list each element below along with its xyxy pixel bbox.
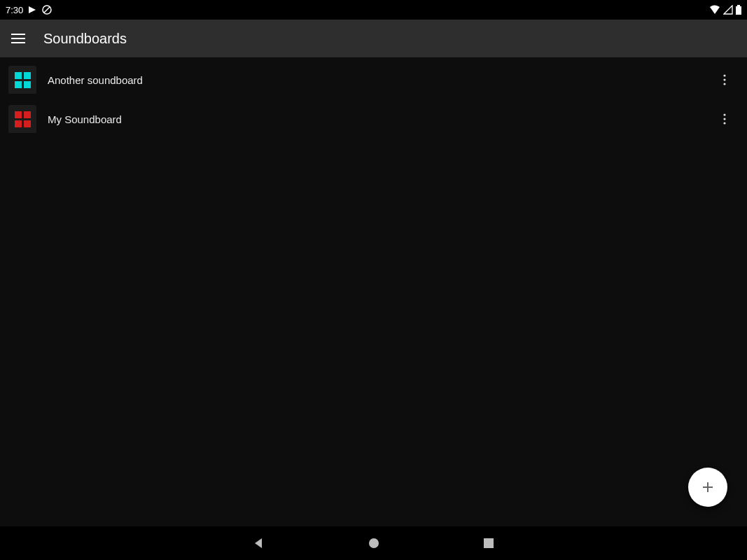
svg-point-8 <box>723 74 725 76</box>
hamburger-icon <box>11 34 25 43</box>
play-icon <box>29 6 36 13</box>
svg-point-12 <box>723 118 725 120</box>
nav-recents-button[interactable] <box>480 535 497 552</box>
more-options-button[interactable] <box>711 105 739 133</box>
list-item[interactable]: My Soundboard <box>0 99 747 139</box>
page-title: Soundboards <box>43 31 127 47</box>
list-item[interactable]: Another soundboard <box>0 60 747 99</box>
svg-rect-4 <box>737 5 740 6</box>
soundboard-grid-icon <box>8 66 36 94</box>
wifi-icon <box>709 5 720 15</box>
more-options-button[interactable] <box>711 66 739 94</box>
svg-point-9 <box>723 78 725 80</box>
status-time: 7:30 <box>6 5 23 15</box>
list-item-label: Another soundboard <box>48 74 699 86</box>
status-bar: 7:30 <box>0 0 747 20</box>
circle-home-icon <box>368 538 379 549</box>
more-vert-icon <box>723 74 726 85</box>
svg-point-17 <box>369 538 379 548</box>
add-soundboard-fab[interactable] <box>688 468 727 507</box>
square-recents-icon <box>484 538 494 548</box>
more-vert-icon <box>723 113 726 125</box>
signal-icon <box>723 5 733 15</box>
svg-line-2 <box>44 7 50 13</box>
svg-rect-7 <box>11 42 25 43</box>
plus-icon <box>701 480 715 494</box>
app-bar: Soundboards <box>0 20 747 57</box>
svg-rect-3 <box>736 6 741 15</box>
nav-home-button[interactable] <box>365 535 382 552</box>
svg-marker-16 <box>255 538 262 548</box>
soundboard-list: Another soundboard My Soundboard <box>0 57 747 526</box>
system-nav-bar <box>0 526 747 560</box>
menu-button[interactable] <box>10 30 27 47</box>
svg-rect-6 <box>11 38 25 39</box>
svg-marker-0 <box>29 6 36 13</box>
nav-back-button[interactable] <box>251 535 267 552</box>
list-item-label: My Soundboard <box>48 113 699 125</box>
svg-rect-5 <box>11 34 25 35</box>
soundboard-grid-icon <box>8 105 36 133</box>
no-sign-icon <box>41 4 53 15</box>
battery-icon <box>736 5 741 15</box>
svg-rect-18 <box>484 538 494 548</box>
triangle-back-icon <box>253 538 265 549</box>
svg-point-13 <box>723 122 725 124</box>
svg-point-11 <box>723 113 725 115</box>
svg-point-10 <box>723 83 725 85</box>
